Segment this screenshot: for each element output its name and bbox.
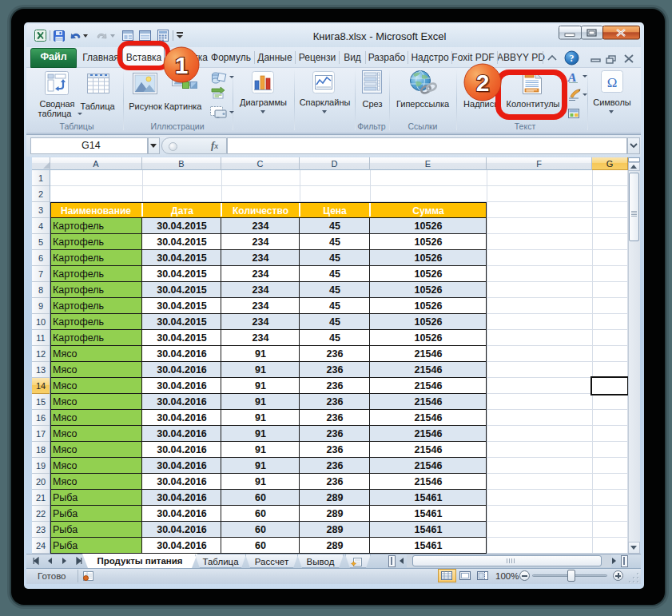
svg-text:?: ? [570,53,575,64]
svg-text:A: A [567,71,578,84]
svg-text:1: 1 [175,52,189,78]
svg-text:2: 2 [476,70,490,96]
svg-text:Ω: Ω [607,75,618,90]
